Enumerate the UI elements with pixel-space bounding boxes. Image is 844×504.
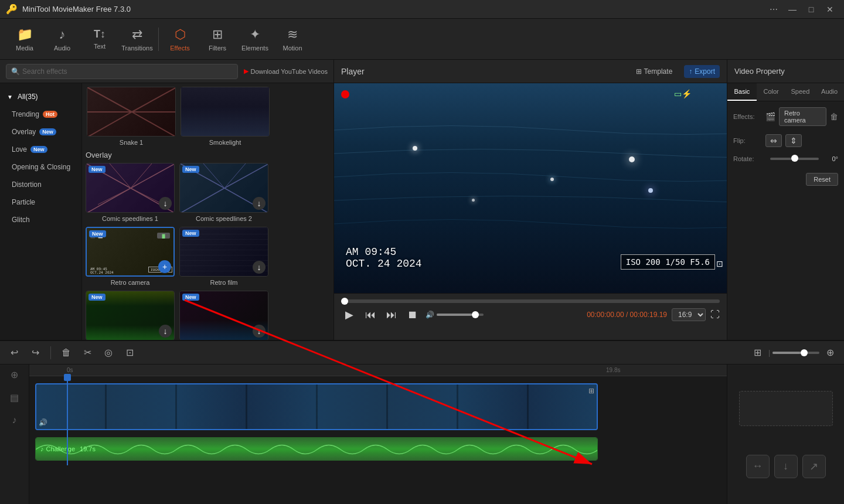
retro-film-add-btn[interactable]: ↓ <box>253 261 266 274</box>
redo-btn[interactable]: ↪ <box>27 345 43 361</box>
volume-icon[interactable]: 🔊 <box>426 311 434 319</box>
toolbar-motion[interactable]: ≋ Motion <box>274 22 311 57</box>
toolbar-audio[interactable]: ♪ Audio <box>43 22 81 57</box>
toolbar-effects[interactable]: ⬡ Effects <box>161 22 199 57</box>
undo-btn[interactable]: ↩ <box>6 345 22 361</box>
delete-effect-btn[interactable]: 🗑 <box>830 112 838 121</box>
search-placeholder: Search effects <box>22 67 67 76</box>
minimize-btn[interactable]: — <box>784 3 801 16</box>
particle-label: Particle <box>12 198 35 206</box>
zoom-icon[interactable]: ⊡ <box>716 259 723 268</box>
toolbar-filters[interactable]: ⊞ Filters <box>199 22 236 57</box>
zone-download-btn[interactable]: ↓ <box>774 455 798 478</box>
stop-btn[interactable]: ⏹ <box>404 307 421 323</box>
zone-export-btn[interactable]: ↗ <box>802 455 826 478</box>
fullscreen-btn[interactable]: ⛶ <box>710 309 720 320</box>
tab-audio[interactable]: Audio <box>815 83 844 101</box>
playhead-handle[interactable] <box>64 374 71 381</box>
card6-add-btn[interactable]: ↓ <box>253 325 266 338</box>
audio-track[interactable]: ♪ Challenge 19.7s <box>35 437 598 461</box>
toolbar-text[interactable]: T↕ Text <box>81 22 118 57</box>
add-track-btn[interactable]: ⊕ <box>11 369 18 380</box>
tab-color[interactable]: Color <box>757 83 786 101</box>
cut-btn[interactable]: ✂ <box>79 345 96 361</box>
trending-badge: Hot <box>43 111 57 118</box>
export-label: Export <box>695 67 715 76</box>
snake1-card[interactable]: Snake 1 <box>87 87 176 146</box>
time-separator: / <box>626 311 630 319</box>
sidebar-all[interactable]: ▼ All(35) <box>0 88 81 105</box>
prev-btn[interactable]: ⏮ <box>362 307 379 323</box>
comic2-card[interactable]: New <box>179 163 268 222</box>
sidebar-item-glitch[interactable]: Glitch <box>0 211 81 229</box>
reset-btn[interactable]: Reset <box>806 173 838 186</box>
template-icon: ⊞ <box>636 67 642 76</box>
sidebar-item-trending[interactable]: Trending Hot <box>0 105 81 123</box>
video-track[interactable]: ⊞ 🔊 <box>35 383 598 430</box>
tab-basic[interactable]: Basic <box>727 83 757 101</box>
progress-bar[interactable] <box>341 299 720 303</box>
rotate-thumb[interactable] <box>791 155 798 162</box>
svg-line-15 <box>224 164 268 188</box>
retro-camera-card[interactable]: New ⬛ ⬜ ▓ AM 09:45 OCT.24 2024 ISO <box>86 227 175 286</box>
toolbar-media[interactable]: 📁 Media <box>6 22 43 57</box>
volume-thumb[interactable] <box>472 311 479 318</box>
next-btn[interactable]: ⏭ <box>383 307 400 323</box>
comic2-add-btn[interactable]: ↓ <box>253 197 266 210</box>
sidebar-item-love[interactable]: Love New <box>0 141 81 158</box>
zoom-slider[interactable] <box>772 352 819 354</box>
battery-icon: ▭⚡ <box>674 89 692 98</box>
zone-replace-btn[interactable]: ↔ <box>746 455 770 478</box>
search-icon: 🔍 <box>11 67 20 76</box>
toolbar-separator-1 <box>158 28 159 51</box>
progress-thumb[interactable] <box>341 298 348 305</box>
flip-vertical-btn[interactable]: ⇕ <box>785 134 802 147</box>
toolbar-elements[interactable]: ✦ Elements <box>236 22 274 57</box>
yt-download-btn[interactable]: ▶ Download YouTube Videos <box>244 67 328 75</box>
search-input[interactable]: 🔍 Search effects <box>6 64 238 79</box>
track-segment-dividers <box>36 384 597 429</box>
aspect-ratio-select[interactable]: 16:9 9:16 1:1 4:3 <box>672 308 706 321</box>
play-btn[interactable]: ▶ <box>341 307 358 323</box>
zoom-out-btn[interactable]: ⊞ <box>750 345 766 361</box>
export-btn[interactable]: ↑ Export <box>684 65 720 78</box>
crop-btn[interactable]: ⊡ <box>121 345 138 361</box>
zoom-thumb[interactable] <box>801 349 808 356</box>
sidebar-item-distortion[interactable]: Distortion <box>0 176 81 193</box>
video-track-icon: ▤ <box>10 392 19 403</box>
overlay-card-5[interactable]: New ↓ <box>86 291 175 340</box>
retro-camera-add-btn[interactable]: + <box>158 260 171 273</box>
sidebar-item-particle[interactable]: Particle <box>0 193 81 211</box>
text-label: Text <box>94 43 106 50</box>
rotate-slider[interactable] <box>770 158 819 160</box>
waveform-svg <box>36 438 598 461</box>
toolbar-transitions[interactable]: ⇄ Transitions <box>118 22 156 57</box>
comic1-add-btn[interactable]: ↓ <box>159 197 172 210</box>
maximize-btn[interactable]: □ <box>803 3 819 16</box>
zoom-in-btn[interactable]: ⊕ <box>822 345 838 361</box>
vhs-iso: ISO 200 1/50 F5.6 <box>621 254 715 270</box>
detach-audio-btn[interactable]: ◎ <box>100 345 117 361</box>
volume-slider[interactable] <box>437 314 484 316</box>
comic1-card[interactable]: New <box>86 163 175 222</box>
delete-btn[interactable]: 🗑 <box>58 345 74 361</box>
playhead[interactable] <box>67 376 68 465</box>
filters-label: Filters <box>209 45 226 52</box>
zoom-controls: ⊞ | ⊕ <box>750 345 838 361</box>
overlay-card-6[interactable]: New ↓ <box>179 291 268 340</box>
smokelight-card[interactable]: Smokelight <box>181 87 270 146</box>
settings-btn[interactable]: ⋯ <box>765 3 782 16</box>
flip-horizontal-btn[interactable]: ⇔ <box>765 134 782 147</box>
export-icon: ↑ <box>689 67 692 76</box>
template-btn[interactable]: ⊞ Template <box>631 65 678 78</box>
overlay-row-1: New <box>86 163 330 222</box>
sidebar-item-opening[interactable]: Opening & Closing <box>0 158 81 176</box>
card5-add-btn[interactable]: ↓ <box>159 325 172 338</box>
layout-wrapper: 🔍 Search effects ▶ Download YouTube Vide… <box>0 60 844 504</box>
sidebar-item-overlay[interactable]: Overlay New <box>0 123 81 141</box>
retro-film-card[interactable]: New ↓ Retro film <box>179 227 268 286</box>
effects-sidebar: ▼ All(35) Trending Hot Overlay New Love … <box>0 83 82 340</box>
tab-speed[interactable]: Speed <box>786 83 815 101</box>
timeline-content: ⊕ ▤ ♪ 0s 19.8s <box>0 365 844 504</box>
close-btn[interactable]: ✕ <box>822 3 838 16</box>
